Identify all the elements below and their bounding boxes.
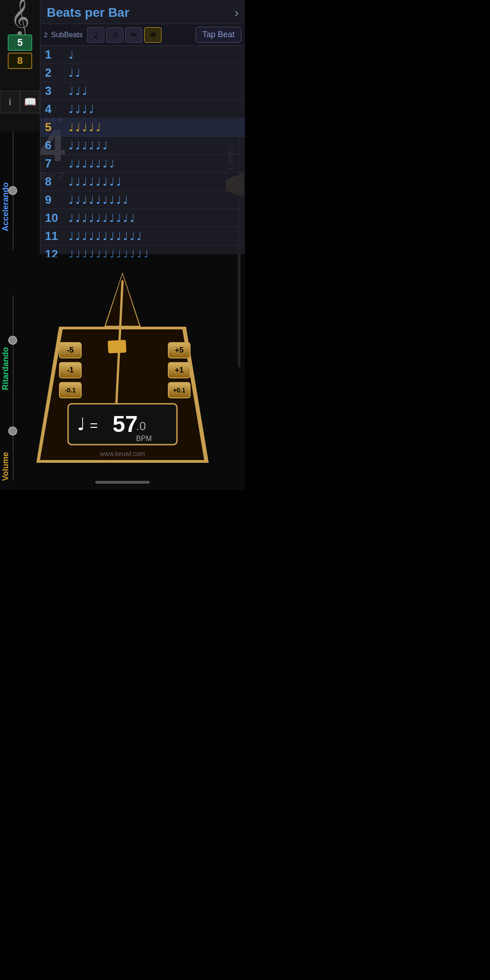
minus5-button[interactable]: -5	[59, 342, 82, 358]
note-icon: ♩	[82, 121, 87, 134]
plus1-button[interactable]: +1	[168, 362, 191, 378]
note-icon: ♩	[96, 212, 101, 225]
beats-badge[interactable]: 5	[8, 34, 32, 51]
volume-thumb[interactable]	[8, 426, 17, 436]
beat-row-number-10: 10	[45, 211, 69, 225]
subbeats-label: SubBeats	[51, 31, 83, 39]
note-icon: ♩	[96, 248, 101, 258]
tap-beat-label: Tap Beat	[202, 30, 235, 39]
beat-notes-2: ♩♩	[69, 67, 80, 79]
beat-row-2[interactable]: 2♩♩	[40, 64, 245, 82]
division-badge[interactable]: 8	[8, 53, 32, 69]
beat-row-number-8: 8	[45, 175, 69, 189]
note-icon: ♩	[69, 139, 74, 152]
note-icon: ♩	[69, 176, 74, 188]
note-icon: ♩	[130, 212, 135, 225]
minus01-button[interactable]: -0.1	[59, 382, 82, 398]
svg-text:BPM: BPM	[136, 435, 152, 442]
note-icon: ♩	[103, 248, 108, 258]
beat-row-9[interactable]: 9♩♩♩♩♩♩♩♩♩	[40, 191, 245, 209]
note-icon: ♩	[82, 230, 87, 243]
note-icon: ♩	[123, 212, 128, 225]
note-icon: ♩	[89, 176, 94, 188]
tap-beat-button[interactable]: Tap Beat	[196, 27, 241, 43]
toolbar-icons: i 📖	[0, 91, 40, 113]
subbeat-icon-2[interactable]: ♫	[106, 27, 123, 43]
note-icon: ♩	[96, 121, 101, 134]
beat-row-1[interactable]: 1♩	[40, 46, 245, 64]
note-icon: ♩	[103, 212, 108, 225]
note-icon: ♩	[96, 230, 101, 243]
beat-row-number-6: 6	[45, 138, 69, 152]
ritardando-thumb[interactable]	[8, 336, 17, 345]
beat-notes-5: ♩♩♩♩♩	[69, 121, 101, 134]
note-icon: ♩	[109, 248, 114, 258]
beat-row-3[interactable]: 3♩♩♩	[40, 82, 245, 100]
svg-text:57: 57	[113, 412, 138, 437]
beat-notes-11: ♩♩♩♩♩♩♩♩♩♩♩	[69, 230, 142, 243]
beat-notes-9: ♩♩♩♩♩♩♩♩♩	[69, 194, 128, 206]
note-icon: ♩	[103, 230, 108, 243]
beat-rows-list[interactable]: 1♩2♩♩3♩♩♩4♩♩♩♩5♩♩♩♩♩6♩♩♩♩♩♩7♩♩♩♩♩♩♩8♩♩♩♩…	[40, 46, 245, 257]
accelerando-thumb[interactable]	[8, 186, 17, 195]
beat-row-5[interactable]: 5♩♩♩♩♩	[40, 118, 245, 137]
beat-row-number-2: 2	[45, 66, 69, 80]
note-icon: ♩	[75, 139, 80, 152]
subbeat-icon-1[interactable]: ♩	[87, 27, 104, 43]
note-icon: ♩	[123, 194, 128, 206]
accelerando-label: Accelerando	[1, 141, 10, 231]
beat-row-11[interactable]: 11♩♩♩♩♩♩♩♩♩♩♩	[40, 227, 245, 245]
plus5-button[interactable]: +5	[168, 342, 191, 358]
note-icon: ♩	[109, 176, 114, 188]
minus1-button[interactable]: -1	[59, 362, 82, 378]
beat-row-number-5: 5	[45, 120, 69, 134]
note-icon: ♩	[116, 176, 121, 188]
note-icon: ♩	[82, 176, 87, 188]
subbeats-bar: 2 SubBeats ♩ ♫ ✏ ❄ Tap Beat	[40, 24, 245, 46]
note-icon: ♩	[130, 230, 135, 243]
book-icon: 📖	[24, 96, 36, 108]
note-icon: ♩	[89, 121, 94, 134]
note-icon: ♩	[116, 248, 121, 258]
beat-notes-6: ♩♩♩♩♩♩	[69, 139, 108, 152]
subbeat-icon-snowflake[interactable]: ❄	[144, 27, 162, 43]
note-icon: ♩	[89, 103, 94, 116]
note-icon: ♩	[75, 248, 80, 258]
beat-row-12[interactable]: 12♩♩♩♩♩♩♩♩♩♩♩♩	[40, 245, 245, 257]
note-icon: ♩	[82, 139, 87, 152]
info-button[interactable]: i	[0, 91, 20, 113]
beats-value: 5	[17, 37, 23, 49]
beat-row-10[interactable]: 10♩♩♩♩♩♩♩♩♩♩	[40, 209, 245, 227]
note-icon: ♩	[109, 194, 114, 206]
beat-row-4[interactable]: 4♩♩♩♩	[40, 100, 245, 118]
book-button[interactable]: 📖	[20, 91, 40, 113]
overlay-close-button[interactable]: ›	[235, 6, 239, 20]
beat-row-6[interactable]: 6♩♩♩♩♩♩	[40, 137, 245, 155]
eraser-icon: ✏	[131, 30, 137, 40]
note-icon: ♩	[75, 103, 80, 116]
subbeat-icon-eraser[interactable]: ✏	[125, 27, 142, 43]
ritardando-label: Ritardando	[1, 299, 10, 390]
note-icon: ♩	[96, 176, 101, 188]
beat-row-number-3: 3	[45, 84, 69, 98]
snowflake-icon: ❄	[150, 30, 157, 40]
note-icon: ♩	[89, 139, 94, 152]
beat-row-8[interactable]: 8♩♩♩♩♩♩♩♩	[40, 173, 245, 191]
note-icon: ♩	[75, 157, 80, 170]
beat-row-7[interactable]: 7♩♩♩♩♩♩♩	[40, 155, 245, 173]
note-icon: ♩	[75, 230, 80, 243]
plus01-label: +0.1	[173, 387, 186, 394]
note-icon: ♩	[96, 139, 101, 152]
note-icon: ♩	[109, 212, 114, 225]
volume-label: Volume	[1, 399, 10, 481]
note-icon: ♩	[109, 230, 114, 243]
note-icon: ♩	[116, 230, 121, 243]
note-eighth-icon: ♩	[94, 30, 98, 40]
beat-notes-1: ♩	[69, 49, 74, 61]
note-icon: ♩	[89, 248, 94, 258]
note-icon: ♩	[103, 139, 108, 152]
note-icon: ♩	[75, 176, 80, 188]
beat-notes-12: ♩♩♩♩♩♩♩♩♩♩♩♩	[69, 248, 148, 258]
plus01-button[interactable]: +0.1	[168, 382, 191, 398]
svg-text:.0: .0	[136, 419, 146, 433]
